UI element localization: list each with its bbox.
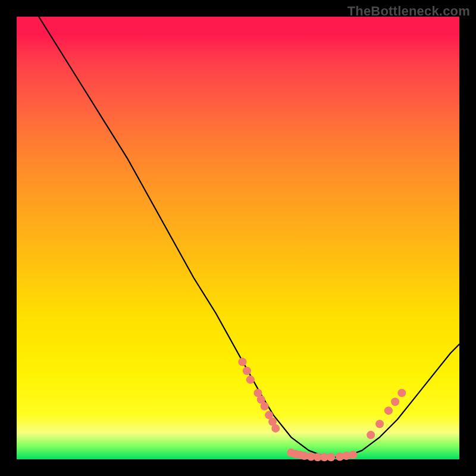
data-dot <box>327 453 335 461</box>
data-dot <box>271 424 280 433</box>
data-dot <box>384 406 393 415</box>
data-dot <box>238 358 246 366</box>
watermark-text: TheBottleneck.com <box>347 4 470 19</box>
data-dot <box>349 451 357 459</box>
data-dot <box>261 402 269 411</box>
data-dot <box>391 397 399 406</box>
data-dot <box>246 375 255 384</box>
data-dots-group <box>238 358 406 461</box>
chart-svg <box>17 17 459 459</box>
chart-plot-area <box>17 17 459 459</box>
bottleneck-curve <box>39 17 459 457</box>
data-dot <box>375 419 384 428</box>
data-dot <box>243 367 251 375</box>
data-dot <box>397 389 406 397</box>
data-dot <box>367 431 375 439</box>
